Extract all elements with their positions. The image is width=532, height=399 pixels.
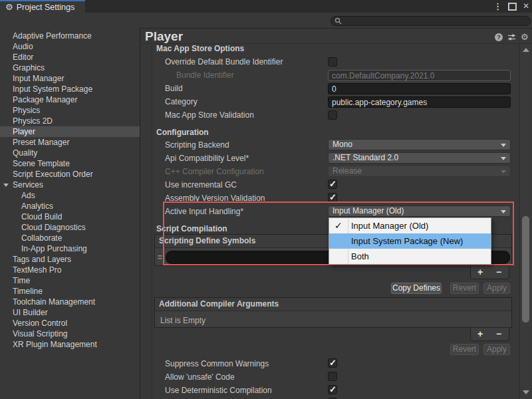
sidebar-item-audio[interactable]: Audio (0, 41, 140, 52)
scrollbar-thumb[interactable] (522, 216, 529, 323)
incremental-gc-label: Use incremental GC (165, 180, 237, 190)
sidebar-item-ui-builder[interactable]: UI Builder (0, 307, 140, 318)
section-mac-app-store-options: Mac App Store Options (156, 44, 244, 53)
scripting-backend-dropdown[interactable]: Mono (328, 139, 511, 150)
menu-item-both[interactable]: Both (329, 249, 491, 264)
sidebar-item-physics-2d[interactable]: Physics 2D (0, 116, 140, 126)
foldout-expanded-icon[interactable] (3, 184, 9, 187)
tab-strip: ⚙ Project Settings ⋮ ✕ (0, 0, 532, 13)
sidebar-item-textmesh-pro[interactable]: TextMesh Pro (0, 265, 140, 275)
sidebar-item-label: Services (13, 180, 43, 190)
sidebar-item-adaptive-performance[interactable]: Adaptive Performance (0, 31, 140, 41)
sidebar-item-preset-manager[interactable]: Preset Manager (0, 137, 140, 148)
allow-unsafe-code-checkbox[interactable] (328, 372, 337, 381)
toolbar (0, 13, 532, 29)
cpp-compiler-config-value: Release (332, 166, 362, 176)
sidebar-item-services[interactable]: Services (0, 180, 140, 190)
sidebar-item-tags-and-layers[interactable]: Tags and Layers (0, 254, 140, 265)
menu-item-label: Input Manager (Old) (351, 221, 428, 231)
sidebar-item-quality[interactable]: Quality (0, 148, 140, 158)
section-script-compilation: Script Compilation (156, 224, 227, 233)
api-compatibility-dropdown[interactable]: .NET Standard 2.0 (328, 152, 511, 164)
sidebar-item-analytics[interactable]: Analytics (0, 201, 140, 211)
use-deterministic-compilation-checkbox[interactable]: ✓ (328, 385, 337, 394)
suppress-common-warnings-checkbox[interactable]: ✓ (328, 358, 337, 368)
api-compatibility-label: Api Compatibility Level* (165, 154, 249, 163)
active-input-handling-dropdown[interactable]: Input Manager (Old) (328, 205, 511, 217)
menu-item-input-system-package-new[interactable]: Input System Package (New) (329, 233, 491, 249)
menu-item-label: Both (351, 251, 369, 261)
chevron-down-icon (501, 144, 506, 147)
presets-icon[interactable] (507, 33, 516, 41)
remove-item-button[interactable]: − (492, 266, 505, 278)
override-bundle-identifier-checkbox[interactable] (328, 57, 337, 66)
sidebar-item-input-system-package[interactable]: Input System Package (0, 84, 140, 94)
chevron-down-icon (501, 157, 506, 160)
remove-item-button[interactable]: − (492, 328, 505, 340)
close-icon[interactable]: ✕ (523, 0, 529, 13)
drag-handle-icon[interactable]: = (158, 253, 162, 262)
assembly-version-validation-label: Assembly Version Validation (165, 194, 265, 203)
scripting-backend-label: Scripting Backend (165, 140, 229, 150)
sidebar-item-toolchain-management[interactable]: Toolchain Management (0, 297, 140, 307)
sidebar-item-editor[interactable]: Editor (0, 52, 140, 63)
incremental-gc-checkbox[interactable]: ✓ (328, 180, 337, 189)
check-icon: ✓ (329, 192, 336, 202)
sidebar-item-player[interactable]: Player (0, 126, 140, 137)
mac-app-store-validation-checkbox[interactable] (328, 110, 337, 120)
category-field[interactable] (328, 96, 511, 108)
compiler-args-list-controls: + − (470, 328, 509, 341)
sidebar-item-time[interactable]: Time (0, 275, 140, 286)
sidebar-item-graphics[interactable]: Graphics (0, 63, 140, 73)
chevron-down-icon (501, 170, 506, 174)
add-item-button[interactable]: + (473, 328, 487, 340)
sidebar-item-cloud-diagnostics[interactable]: Cloud Diagnostics (0, 222, 140, 233)
search-input[interactable] (331, 16, 531, 26)
cpp-compiler-config-dropdown: Release (328, 166, 511, 177)
revert-button: Revert (450, 344, 479, 355)
active-input-handling-label: Active Input Handling* (165, 207, 243, 216)
sidebar-item-physics[interactable]: Physics (0, 105, 140, 116)
add-item-button[interactable]: + (473, 266, 487, 278)
apply-button: Apply (483, 283, 510, 294)
scroll-up-icon[interactable] (523, 48, 529, 52)
scripting-backend-value: Mono (332, 140, 352, 149)
sidebar-item-xr-plugin-management[interactable]: XR Plugin Management (0, 339, 140, 350)
tab-title: Project Settings (17, 3, 75, 12)
content-inset-line (152, 44, 152, 399)
copy-defines-button[interactable]: Copy Defines (391, 283, 442, 294)
kebab-menu-icon[interactable]: ⋮ (493, 0, 502, 13)
bundle-identifier-field (328, 70, 511, 81)
additional-compiler-arguments-header: Additional Compiler Arguments (155, 298, 511, 311)
list-empty-text: List is Empty (160, 316, 205, 325)
settings-category-sidebar: Adaptive Performance Audio Editor Graphi… (0, 28, 140, 399)
sidebar-item-input-manager[interactable]: Input Manager (0, 73, 140, 84)
sidebar-item-cloud-build[interactable]: Cloud Build (0, 211, 140, 222)
search-icon (334, 17, 342, 25)
sidebar-item-visual-scripting[interactable]: Visual Scripting (0, 329, 140, 339)
sidebar-item-package-manager[interactable]: Package Manager (0, 94, 140, 105)
sidebar-item-in-app-purchasing[interactable]: In-App Purchasing (0, 243, 140, 254)
sidebar-item-version-control[interactable]: Version Control (0, 318, 140, 329)
sidebar-item-script-execution-order[interactable]: Script Execution Order (0, 169, 140, 180)
cpp-compiler-config-label: C++ Compiler Configuration (165, 167, 264, 176)
page-title: Player (145, 29, 183, 44)
sidebar-item-scene-template[interactable]: Scene Template (0, 158, 140, 169)
section-configuration: Configuration (156, 128, 209, 137)
build-label: Build (165, 84, 183, 93)
vertical-scrollbar[interactable] (519, 44, 531, 399)
sidebar-item-ads[interactable]: Ads (0, 190, 140, 201)
panel-gear-icon[interactable]: ⚙ (521, 33, 529, 41)
revert-button: Revert (450, 283, 479, 294)
sidebar-item-collaborate[interactable]: Collaborate (0, 233, 140, 243)
sidebar-item-timeline[interactable]: Timeline (0, 286, 140, 297)
maximize-icon[interactable] (508, 3, 517, 11)
build-field[interactable] (328, 83, 511, 94)
help-icon[interactable]: ? (495, 33, 503, 41)
assembly-version-validation-checkbox[interactable]: ✓ (328, 193, 337, 202)
menu-item-input-manager-old[interactable]: ✓ Input Manager (Old) (329, 218, 491, 233)
tab-project-settings[interactable]: ⚙ Project Settings (0, 0, 85, 13)
menu-check-icon: ✓ (334, 218, 342, 233)
scroll-down-icon[interactable] (523, 390, 529, 394)
bundle-identifier-label: Bundle Identifier (176, 70, 234, 80)
